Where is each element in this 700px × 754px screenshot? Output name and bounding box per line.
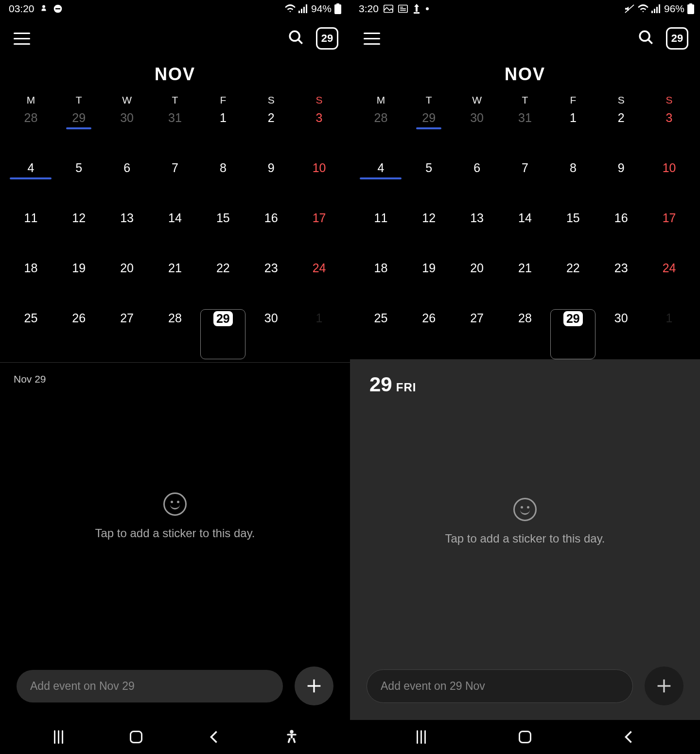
accessibility-button[interactable] [272, 730, 311, 744]
back-button[interactable] [609, 730, 648, 744]
add-event-fab[interactable] [295, 666, 333, 705]
date-number: 15 [566, 211, 580, 225]
date-number: 11 [24, 211, 38, 225]
date-cell[interactable]: 19 [405, 259, 453, 309]
date-number: 1 [666, 311, 673, 325]
date-cell[interactable]: 8 [199, 159, 247, 209]
date-cell[interactable]: 23 [247, 259, 295, 309]
today-button[interactable]: 29 [666, 27, 688, 50]
date-cell[interactable]: 7 [151, 159, 199, 209]
date-cell[interactable]: 2 [247, 109, 295, 159]
date-cell[interactable]: 24 [645, 259, 693, 309]
date-cell[interactable]: 12 [55, 209, 103, 259]
date-cell[interactable]: 22 [199, 259, 247, 309]
date-cell[interactable]: 11 [7, 209, 55, 259]
date-cell[interactable]: 9 [247, 159, 295, 209]
date-cell[interactable]: 29 [200, 309, 245, 359]
date-cell[interactable]: 16 [247, 209, 295, 259]
date-cell[interactable]: 31 [151, 109, 199, 159]
date-cell[interactable]: 14 [501, 209, 549, 259]
date-cell[interactable]: 29 [550, 309, 595, 359]
date-cell[interactable]: 6 [453, 159, 501, 209]
date-cell[interactable]: 18 [357, 259, 405, 309]
date-cell[interactable]: 24 [295, 259, 343, 309]
date-cell[interactable]: 14 [151, 209, 199, 259]
date-cell[interactable]: 1 [199, 109, 247, 159]
date-cell[interactable]: 1 [549, 109, 597, 159]
battery-icon [334, 3, 341, 14]
date-number: 25 [374, 311, 388, 325]
date-cell[interactable]: 19 [55, 259, 103, 309]
date-cell[interactable]: 28 [501, 309, 549, 359]
date-cell[interactable]: 16 [597, 209, 645, 259]
search-button[interactable] [288, 29, 304, 48]
date-cell[interactable]: 9 [597, 159, 645, 209]
date-cell[interactable]: 17 [295, 209, 343, 259]
date-cell[interactable]: 15 [549, 209, 597, 259]
sticker-button[interactable] [163, 492, 187, 516]
date-cell[interactable]: 6 [103, 159, 151, 209]
date-number: 31 [168, 111, 182, 125]
menu-button[interactable] [14, 33, 30, 45]
date-cell[interactable]: 11 [357, 209, 405, 259]
date-cell[interactable]: 3 [295, 109, 343, 159]
date-cell[interactable]: 4 [7, 159, 55, 209]
today-button[interactable]: 29 [316, 27, 338, 50]
date-cell[interactable]: 27 [453, 309, 501, 359]
date-cell[interactable]: 20 [103, 259, 151, 309]
date-cell[interactable]: 30 [247, 309, 295, 359]
add-event-input[interactable]: Add event on Nov 29 [17, 670, 283, 702]
dnd-icon [53, 4, 63, 14]
date-cell[interactable]: 4 [357, 159, 405, 209]
date-number: 27 [470, 311, 484, 325]
date-cell[interactable]: 28 [7, 109, 55, 159]
date-cell[interactable]: 26 [55, 309, 103, 359]
svg-line-33 [648, 39, 652, 44]
date-cell[interactable]: 5 [405, 159, 453, 209]
date-cell[interactable]: 23 [597, 259, 645, 309]
date-cell[interactable]: 29 [55, 109, 103, 159]
date-cell[interactable]: 28 [151, 309, 199, 359]
date-cell[interactable]: 30 [453, 109, 501, 159]
date-number: 23 [264, 261, 278, 275]
date-cell[interactable]: 5 [55, 159, 103, 209]
date-cell[interactable]: 3 [645, 109, 693, 159]
search-button[interactable] [638, 29, 654, 48]
date-cell[interactable]: 26 [405, 309, 453, 359]
date-cell[interactable]: 22 [549, 259, 597, 309]
date-cell[interactable]: 1 [645, 309, 693, 359]
back-button[interactable] [194, 730, 233, 744]
menu-button[interactable] [364, 33, 380, 45]
add-event-input[interactable]: Add event on 29 Nov [367, 669, 633, 703]
date-cell[interactable]: 2 [597, 109, 645, 159]
date-cell[interactable]: 31 [501, 109, 549, 159]
recents-button[interactable] [39, 730, 78, 744]
date-cell[interactable]: 27 [103, 309, 151, 359]
date-cell[interactable]: 10 [295, 159, 343, 209]
date-cell[interactable]: 8 [549, 159, 597, 209]
date-cell[interactable]: 30 [597, 309, 645, 359]
date-cell[interactable]: 1 [295, 309, 343, 359]
date-cell[interactable]: 20 [453, 259, 501, 309]
nav-bar [0, 720, 350, 754]
sticker-button[interactable] [513, 498, 537, 521]
date-cell[interactable]: 7 [501, 159, 549, 209]
date-cell[interactable]: 29 [405, 109, 453, 159]
date-cell[interactable]: 25 [7, 309, 55, 359]
date-cell[interactable]: 17 [645, 209, 693, 259]
date-cell[interactable]: 28 [357, 109, 405, 159]
date-cell[interactable]: 10 [645, 159, 693, 209]
date-cell[interactable]: 18 [7, 259, 55, 309]
date-cell[interactable]: 21 [501, 259, 549, 309]
date-cell[interactable]: 13 [103, 209, 151, 259]
date-cell[interactable]: 25 [357, 309, 405, 359]
home-button[interactable] [506, 731, 544, 743]
date-cell[interactable]: 30 [103, 109, 151, 159]
recents-button[interactable] [402, 730, 441, 744]
add-event-fab[interactable] [645, 666, 683, 705]
date-cell[interactable]: 13 [453, 209, 501, 259]
home-button[interactable] [117, 731, 156, 743]
date-cell[interactable]: 15 [199, 209, 247, 259]
date-cell[interactable]: 12 [405, 209, 453, 259]
date-cell[interactable]: 21 [151, 259, 199, 309]
